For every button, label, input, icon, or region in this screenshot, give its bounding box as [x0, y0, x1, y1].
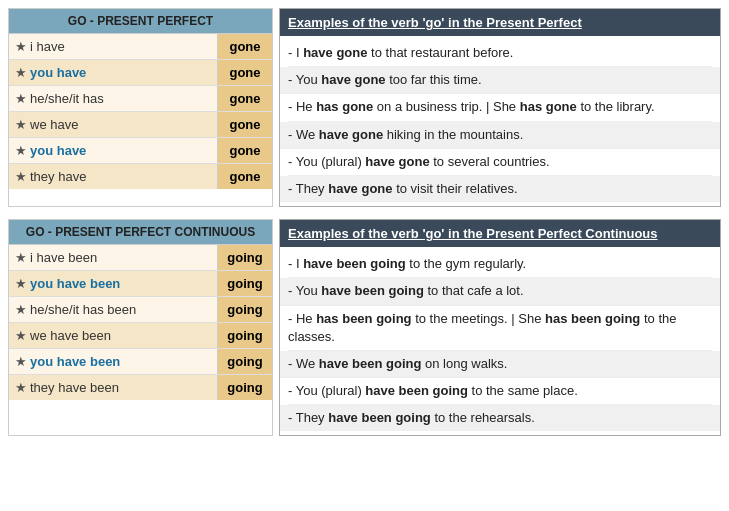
subject-cell: ★i have [9, 34, 217, 59]
subject-text: i have [30, 39, 65, 54]
conjugation-table: GO - PRESENT PERFECT★i havegone★you have… [8, 8, 273, 207]
table-row: ★we have beengoing [9, 323, 272, 349]
verb-cell: going [217, 245, 272, 270]
example-row: - I have been going to the gym regularly… [288, 251, 712, 278]
subject-text: we have been [30, 328, 111, 343]
examples-header: Examples of the verb 'go' in the Present… [280, 9, 720, 36]
subject-text: you have [30, 143, 86, 158]
star-icon: ★ [15, 354, 27, 369]
table-row: ★you havegone [9, 138, 272, 164]
table-row: ★you havegone [9, 60, 272, 86]
table-row: ★they have beengoing [9, 375, 272, 400]
subject-cell: ★they have [9, 164, 217, 189]
table-row: ★he/she/it has beengoing [9, 297, 272, 323]
subject-cell: ★you have [9, 138, 217, 163]
star-icon: ★ [15, 39, 27, 54]
subject-cell: ★you have been [9, 349, 217, 374]
star-icon: ★ [15, 169, 27, 184]
table-row: ★he/she/it hasgone [9, 86, 272, 112]
table-row: ★i have beengoing [9, 245, 272, 271]
conjugation-table: GO - PRESENT PERFECT CONTINUOUS★i have b… [8, 219, 273, 436]
star-icon: ★ [15, 302, 27, 317]
example-row: - They have gone to visit their relative… [280, 176, 720, 202]
example-row: - You (plural) have been going to the sa… [288, 378, 712, 405]
star-icon: ★ [15, 276, 27, 291]
examples-panel: Examples of the verb 'go' in the Present… [279, 8, 721, 207]
verb-cell: going [217, 297, 272, 322]
star-icon: ★ [15, 250, 27, 265]
star-icon: ★ [15, 117, 27, 132]
verb-cell: gone [217, 86, 272, 111]
star-icon: ★ [15, 143, 27, 158]
examples-body: - I have been going to the gym regularly… [280, 247, 720, 435]
star-icon: ★ [15, 380, 27, 395]
verb-cell: going [217, 323, 272, 348]
subject-text: you have [30, 65, 86, 80]
verb-cell: going [217, 271, 272, 296]
example-row: - I have gone to that restaurant before. [288, 40, 712, 67]
subject-cell: ★he/she/it has [9, 86, 217, 111]
subject-cell: ★i have been [9, 245, 217, 270]
subject-text: he/she/it has [30, 91, 104, 106]
subject-text: you have been [30, 276, 120, 291]
table-row: ★you have beengoing [9, 271, 272, 297]
example-row: - He has gone on a business trip. | She … [288, 94, 712, 121]
table-row: ★we havegone [9, 112, 272, 138]
example-row: - You have been going to that cafe a lot… [280, 278, 720, 305]
verb-cell: gone [217, 34, 272, 59]
subject-text: they have been [30, 380, 119, 395]
star-icon: ★ [15, 91, 27, 106]
subject-text: we have [30, 117, 78, 132]
example-row: - They have been going to the rehearsals… [280, 405, 720, 431]
examples-header: Examples of the verb 'go' in the Present… [280, 220, 720, 247]
subject-cell: ★they have been [9, 375, 217, 400]
table-header: GO - PRESENT PERFECT [9, 9, 272, 34]
section-present-perfect-continuous: GO - PRESENT PERFECT CONTINUOUS★i have b… [8, 219, 721, 436]
table-header: GO - PRESENT PERFECT CONTINUOUS [9, 220, 272, 245]
subject-cell: ★he/she/it has been [9, 297, 217, 322]
verb-cell: gone [217, 164, 272, 189]
subject-cell: ★you have been [9, 271, 217, 296]
table-row: ★i havegone [9, 34, 272, 60]
subject-text: you have been [30, 354, 120, 369]
example-row: - You (plural) have gone to several coun… [288, 149, 712, 176]
examples-panel: Examples of the verb 'go' in the Present… [279, 219, 721, 436]
star-icon: ★ [15, 328, 27, 343]
subject-text: he/she/it has been [30, 302, 136, 317]
verb-cell: going [217, 349, 272, 374]
section-present-perfect: GO - PRESENT PERFECT★i havegone★you have… [8, 8, 721, 207]
table-row: ★they havegone [9, 164, 272, 189]
star-icon: ★ [15, 65, 27, 80]
verb-cell: going [217, 375, 272, 400]
verb-cell: gone [217, 138, 272, 163]
subject-text: i have been [30, 250, 97, 265]
subject-cell: ★we have been [9, 323, 217, 348]
table-row: ★you have beengoing [9, 349, 272, 375]
example-row: - We have been going on long walks. [280, 351, 720, 378]
example-row: - He has been going to the meetings. | S… [288, 306, 712, 351]
subject-text: they have [30, 169, 86, 184]
subject-cell: ★you have [9, 60, 217, 85]
example-row: - We have gone hiking in the mountains. [280, 122, 720, 149]
example-row: - You have gone too far this time. [280, 67, 720, 94]
verb-cell: gone [217, 112, 272, 137]
subject-cell: ★we have [9, 112, 217, 137]
verb-cell: gone [217, 60, 272, 85]
examples-body: - I have gone to that restaurant before.… [280, 36, 720, 206]
